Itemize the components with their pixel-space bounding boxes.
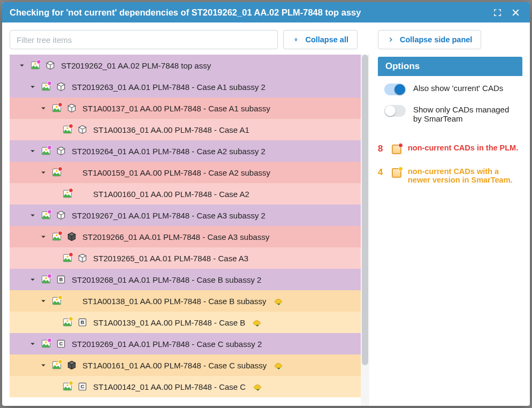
cad-status-icon <box>61 252 74 265</box>
cube-icon <box>56 210 66 221</box>
cube-icon <box>56 81 66 92</box>
cad-status-icon <box>40 145 52 157</box>
tree-row[interactable]: ST1A00136_01 AA.00 PLM-7848 - Case A1 <box>10 119 369 140</box>
dassault-logo-icon <box>252 381 263 392</box>
legend-newer-smarteam-count: 4 <box>378 167 385 178</box>
tree-container[interactable]: ST2019262_01 AA.02 PLM-7848 top assyST20… <box>10 55 369 406</box>
geometry-icon <box>55 209 67 222</box>
tree-row[interactable]: ST2019264_01 AA.01 PLM-7848 - Case A2 su… <box>10 140 369 162</box>
expand-toggle[interactable] <box>39 168 48 177</box>
cad-status-icon <box>61 380 74 393</box>
geometry-icon <box>76 252 89 265</box>
cube-icon <box>56 274 66 285</box>
toggle-show-current-label: Also show 'current' CADs <box>413 84 503 93</box>
cad-status-icon <box>50 166 63 179</box>
tree-row[interactable]: ST2019268_01 AA.01 PLM-7848 - Case B sub… <box>10 269 369 290</box>
chevron-down-icon <box>39 232 48 241</box>
cad-status-icon <box>40 209 52 222</box>
tree-row[interactable]: ST2019262_01 AA.02 PLM-7848 top assy <box>10 55 369 76</box>
scrollbar-thumb[interactable] <box>362 55 368 365</box>
tree-item-label: ST2019263_01 AA.01 PLM-7848 - Case A1 su… <box>72 82 265 92</box>
expand-toggle[interactable] <box>28 210 37 220</box>
toggle-smarteam-only-label: Show only CADs managed by SmarTeam <box>413 105 516 123</box>
collapse-side-label: Collapse side panel <box>400 35 472 44</box>
geometry-icon <box>44 59 57 72</box>
cad-status-icon <box>61 187 74 200</box>
tree-item-label: ST1A00142_01 AA.00 PLM-7848 - Case C <box>93 382 246 391</box>
tree-item-label: ST2019268_01 AA.01 PLM-7848 - Case B sub… <box>72 275 261 284</box>
tree-item-label: ST1A00139_01 AA.00 PLM-7848 - Case B <box>93 318 245 327</box>
tree-row[interactable]: ST1A00138_01 AA.00 PLM-7848 - Case B sub… <box>10 290 369 312</box>
cube-icon <box>77 253 88 263</box>
legend-noncurrent-plm-text: non-current CADs in the PLM. <box>408 143 522 152</box>
geometry-icon <box>76 380 89 393</box>
tree-row[interactable]: ST2019267_01 AA.01 PLM-7848 - Case A3 su… <box>10 205 369 226</box>
side-panel: Collapse side panel Options Also show 'c… <box>378 30 522 406</box>
chevron-down-icon <box>28 339 37 349</box>
toggle-show-current[interactable] <box>384 84 406 95</box>
collapse-all-button[interactable]: Collapse all <box>283 30 358 49</box>
expand-toggle[interactable] <box>39 296 48 306</box>
cube-icon <box>45 60 56 71</box>
expand-toggle[interactable] <box>28 339 37 349</box>
dassault-logo-icon <box>273 296 284 306</box>
legend-noncurrent-plm-count: 8 <box>378 143 385 154</box>
legend-newer-smarteam: 4 non-current CADs with a newer version … <box>378 167 522 184</box>
dassault-logo-icon <box>252 317 262 328</box>
filter-input[interactable] <box>10 30 278 49</box>
tree-row[interactable]: ST1A00137_01 AA.00 PLM-7848 - Case A1 su… <box>10 97 369 119</box>
cad-status-icon <box>61 316 74 329</box>
tree-row[interactable]: ST1A00160_01 AA.00 PLM-7848 - Case A2 <box>10 183 369 205</box>
cube-icon <box>66 231 77 242</box>
tree-row[interactable]: ST2019266_01 AA.01 PLM-7848 - Case A3 su… <box>10 226 369 247</box>
expand-toggle[interactable] <box>39 360 48 370</box>
tree-row[interactable]: ST1A00139_01 AA.00 PLM-7848 - Case B <box>10 312 369 333</box>
collapse-all-icon <box>292 36 300 43</box>
expand-toggle[interactable] <box>17 61 27 70</box>
toggle-smarteam-only[interactable] <box>384 105 406 117</box>
geometry-icon <box>55 337 67 350</box>
cad-status-icon <box>40 273 52 286</box>
tree-item-label: ST1A00161_01 AA.00 PLM-7848 - Case C sub… <box>82 361 267 370</box>
chevron-down-icon <box>39 168 48 177</box>
tree-row[interactable]: ST2019265_01 AA.01 PLM-7848 - Case A3 <box>10 247 369 269</box>
chevron-down-icon <box>28 82 37 92</box>
chevron-down-icon <box>28 275 37 284</box>
modal-window: Checking for 'not current' dependencies … <box>2 2 530 406</box>
dassault-icon <box>251 380 264 393</box>
tree-item-label: ST1A00159_01 AA.00 PLM-7848 - Case A2 su… <box>82 168 270 177</box>
maximize-button[interactable] <box>488 4 506 20</box>
cad-status-icon <box>50 294 63 307</box>
collapse-side-panel-button[interactable]: Collapse side panel <box>378 30 481 49</box>
tree-item-label: ST2019269_01 AA.01 PLM-7848 - Case C sub… <box>72 339 262 349</box>
tree-item-label: ST2019264_01 AA.01 PLM-7848 - Case A2 su… <box>72 147 265 156</box>
close-icon <box>511 7 521 18</box>
expand-toggle[interactable] <box>39 103 48 113</box>
geometry-icon <box>65 102 78 115</box>
expand-toggle[interactable] <box>39 232 48 241</box>
expand-toggle[interactable] <box>28 146 37 156</box>
tree-row[interactable]: ST2019269_01 AA.01 PLM-7848 - Case C sub… <box>10 333 369 354</box>
cad-status-icon <box>29 59 42 72</box>
cube-icon <box>77 317 88 328</box>
tree-item-label: ST2019265_01 AA.01 PLM-7848 - Case A3 <box>93 254 248 263</box>
fullscreen-icon <box>493 8 502 17</box>
tree-item-label: ST2019262_01 AA.02 PLM-7848 top assy <box>61 61 211 70</box>
tree-row[interactable]: ST2019263_01 AA.01 PLM-7848 - Case A1 su… <box>10 76 369 97</box>
tree-item-label: ST1A00160_01 AA.00 PLM-7848 - Case A2 <box>93 190 249 199</box>
cube-icon <box>77 381 88 392</box>
tree-row[interactable]: ST1A00159_01 AA.00 PLM-7848 - Case A2 su… <box>10 162 369 183</box>
geometry-icon <box>55 273 67 286</box>
expand-toggle[interactable] <box>28 82 37 92</box>
geometry-icon <box>76 316 89 329</box>
cad-status-icon <box>50 230 63 243</box>
scrollbar[interactable] <box>361 55 369 406</box>
close-button[interactable] <box>506 4 525 20</box>
tree-row[interactable]: ST1A00142_01 AA.00 PLM-7848 - Case C <box>10 376 369 397</box>
expand-toggle[interactable] <box>28 275 37 284</box>
window-title: Checking for 'not current' dependencies … <box>10 7 488 18</box>
tree-row[interactable]: ST1A00161_01 AA.00 PLM-7848 - Case C sub… <box>10 354 369 376</box>
cad-icon <box>391 143 402 155</box>
legend-newer-smarteam-text: non-current CADs with a newer version in… <box>408 167 522 184</box>
options-body: Also show 'current' CADs Show only CADs … <box>378 76 522 134</box>
